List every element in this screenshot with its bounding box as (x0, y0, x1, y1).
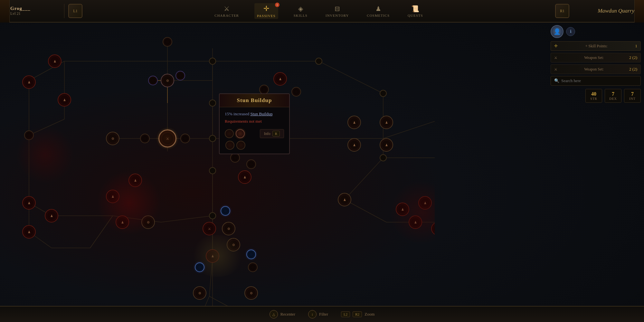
node-connector-right-mid[interactable] (380, 90, 387, 97)
info-icon[interactable]: ℹ (566, 27, 575, 36)
node-bot-4[interactable]: ♟ (116, 215, 129, 229)
node-inner: ♟ (276, 75, 285, 83)
node-far-left-2[interactable] (24, 130, 34, 140)
node-connector-bot[interactable] (209, 212, 216, 219)
skill-tree-canvas[interactable]: ⚙ ♟ ♟ ♟ ⚔ ⚙ ♟ (0, 23, 435, 322)
node-mid-left-active[interactable]: ⚔ (158, 129, 176, 147)
skills-tab-icon: ◈ (298, 5, 303, 13)
location-name: Mawdun Quarry (573, 8, 644, 14)
recenter-action[interactable]: △ Recenter (270, 310, 295, 318)
node-inner: ⚙ (195, 289, 204, 298)
node-bot-blue1[interactable] (195, 262, 204, 272)
node-inner: ⚙ (247, 289, 256, 298)
tab-character[interactable]: ⚔ Character (212, 4, 242, 19)
node-inner (223, 208, 228, 214)
node-bot-mid-right-2[interactable]: ⚙ (227, 238, 240, 251)
node-center-bot-blue[interactable] (221, 206, 230, 216)
node-connector-right-top[interactable] (315, 58, 322, 65)
node-bot-right-3[interactable]: ♟ (418, 196, 432, 210)
node-bot-lower-2[interactable]: ⚙ (244, 286, 258, 300)
node-bot-lower-blue[interactable] (246, 250, 256, 259)
weapon-set-2-row[interactable]: ⚔ Weapon Set: 2 (2) (551, 64, 641, 74)
node-inner: ♟ (208, 252, 217, 260)
node-center-bot-small1[interactable] (230, 153, 240, 163)
node-right-mid-4[interactable]: ♟ (380, 138, 393, 152)
str-badge: 40 STR (585, 89, 602, 103)
inventory-tab-label: Inventory (326, 14, 349, 17)
node-top-center[interactable]: ⚙ (161, 74, 174, 87)
skill-points-icon: ✛ (554, 43, 558, 49)
node-right-mid-3[interactable]: ♟ (347, 138, 361, 152)
node-bot-lower-1[interactable]: ⚙ (193, 286, 206, 300)
node-inner (182, 136, 188, 141)
passives-tab-icon: ✛ (263, 5, 269, 13)
node-connector-right-mid2[interactable] (380, 154, 387, 161)
filter-action[interactable]: ↕ Filter (308, 310, 328, 318)
node-far-left-1[interactable]: ♟ (22, 75, 36, 89)
node-left-3[interactable]: ♟ (58, 93, 71, 107)
svg-line-17 (29, 119, 64, 135)
node-right-top-1[interactable]: ♟ (273, 72, 287, 86)
node-left-2[interactable]: ♟ (48, 54, 62, 68)
node-connector-1[interactable] (209, 58, 216, 65)
node-mid-left-1[interactable] (140, 134, 150, 143)
tooltip-node-2-active[interactable] (236, 129, 245, 138)
node-inner (165, 39, 170, 45)
stats-row: 40 STR 7 DEX 7 INT (551, 89, 641, 103)
node-center-bot-1[interactable]: ⚔ (203, 222, 216, 235)
info-key: R (272, 131, 280, 137)
tab-skills[interactable]: ◈ Skills (291, 4, 310, 19)
inventory-tab-icon: ⊟ (335, 5, 340, 13)
weapon-set-2-label: Weapon Set: (584, 67, 604, 72)
node-right-mid-2[interactable]: ♟ (380, 116, 393, 129)
tab-passives[interactable]: ✛ Passives 1 (254, 3, 278, 19)
node-right-mid-1[interactable]: ♟ (347, 116, 361, 129)
int-badge: 7 INT (624, 89, 641, 103)
node-top-left-small2[interactable] (175, 71, 185, 80)
node-left-bot-2[interactable]: ♟ (45, 209, 58, 223)
node-connector-top3[interactable] (209, 167, 216, 174)
search-input[interactable] (561, 78, 637, 83)
node-top-left-small[interactable] (148, 76, 158, 85)
node-bot-mid-right-1[interactable]: ♟ (206, 249, 219, 263)
node-bot-3[interactable]: ⚙ (141, 215, 155, 229)
info-button[interactable]: Info R (260, 129, 284, 138)
tab-quests[interactable]: 📜 Quests (405, 4, 426, 19)
zoom-key-l2: L2 (341, 311, 350, 317)
tab-cosmetics[interactable]: ♟ Cosmetics (364, 4, 392, 19)
node-bot-right-2[interactable]: ♟ (396, 203, 409, 216)
node-center-bot-red2[interactable]: ♟ (238, 170, 251, 184)
node-bot-right-1[interactable]: ♟ (338, 193, 351, 206)
node-mid-left-2[interactable] (180, 134, 190, 143)
r1-button[interactable]: R1 (555, 4, 569, 18)
node-right-top-4[interactable] (291, 87, 301, 97)
tooltip-node-1[interactable] (225, 129, 234, 138)
skill-points-row: ✛ + Skill Points: 1 (551, 41, 641, 51)
node-bot-small1[interactable] (248, 262, 258, 272)
search-box[interactable]: 🔍 (551, 76, 641, 86)
character-level: Lvl 21 (5, 11, 59, 16)
node-bot-1[interactable]: ♟ (106, 190, 119, 203)
node-center-bot-2[interactable]: ⚙ (222, 222, 235, 235)
tooltip-node-3[interactable] (225, 141, 234, 150)
node-inner: ♟ (382, 141, 391, 149)
node-inner (197, 264, 203, 270)
node-bot-2[interactable]: ♟ (128, 174, 142, 187)
tooltip-footer: Info R (225, 127, 284, 138)
tooltip-node-4[interactable] (236, 141, 245, 150)
node-inner (248, 161, 254, 167)
node-right-top-2[interactable] (259, 85, 269, 94)
node-left-bot-1[interactable]: ♟ (22, 196, 36, 210)
node-connector-top2[interactable] (209, 99, 216, 107)
node-center-bot-small2[interactable] (246, 159, 256, 169)
tab-inventory[interactable]: ⊟ Inventory (323, 4, 351, 19)
character-tab-icon: ⚔ (224, 5, 230, 13)
node-bot-right-5[interactable]: ♟ (431, 222, 435, 235)
node-bot-right-4[interactable]: ♟ (409, 215, 422, 229)
weapon-set-1-row[interactable]: ⚔ Weapon Set: 2 (2) (551, 53, 641, 62)
node-top-above[interactable] (163, 37, 172, 47)
l1-button[interactable]: L1 (68, 4, 82, 18)
node-left-bot-3[interactable]: ♟ (22, 225, 36, 239)
node-mid-left-3[interactable]: ⚙ (106, 132, 119, 145)
node-connector-mid[interactable] (209, 135, 216, 142)
